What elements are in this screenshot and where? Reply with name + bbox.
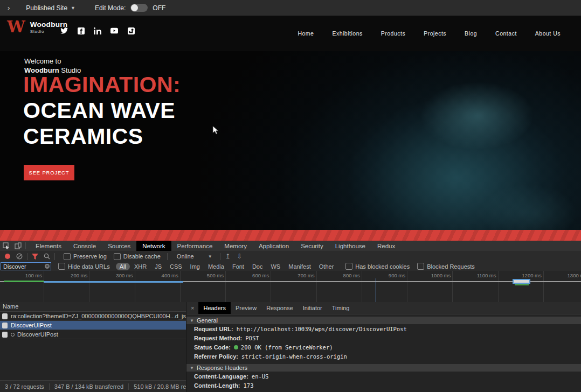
filter-funnel-icon[interactable] [29, 251, 41, 262]
gridline-200-ms [89, 271, 89, 302]
pending-dot-icon [11, 333, 15, 337]
details-tab-initiator[interactable]: Initiator [298, 302, 327, 314]
gridline-400-ms [180, 271, 181, 302]
record-button[interactable] [5, 254, 10, 259]
network-overview-timeline[interactable]: 100 ms200 ms300 ms400 ms500 ms600 ms700 … [0, 271, 581, 303]
see-project-button[interactable]: SEE PROJECT [24, 165, 74, 180]
tick-1000-ms: 1000 ms [431, 272, 452, 278]
request-name: DiscoverUIPost [11, 322, 52, 328]
type-filter-manifest[interactable]: Manifest [285, 263, 315, 270]
close-icon[interactable]: × [186, 305, 198, 311]
type-filter-ws[interactable]: WS [267, 263, 284, 270]
tick-400-ms: 400 ms [162, 272, 180, 278]
device-toolbar-icon[interactable] [12, 241, 24, 251]
devtools-tab-memory[interactable]: Memory [218, 241, 253, 251]
request-row[interactable]: DiscoverUIPost [0, 330, 186, 339]
twitter-icon[interactable] [60, 27, 68, 34]
blocked-requests-checkbox[interactable] [417, 263, 424, 270]
type-filter-xhr[interactable]: XHR [130, 263, 150, 270]
network-status-bar: 3 / 72 requests347 B / 134 kB transferre… [0, 380, 186, 392]
document-icon [2, 332, 8, 338]
type-filter-css[interactable]: CSS [166, 263, 186, 270]
logo-w-icon: W [7, 19, 25, 35]
has-blocked-cookies-control[interactable]: Has blocked cookies [345, 263, 410, 270]
disable-cache-label: Disable cache [123, 253, 161, 260]
header-name: Content-Language: [194, 373, 248, 380]
nav-item-blog[interactable]: Blog [455, 30, 486, 37]
request-row[interactable]: ra:collection?themeID=ZJ_00000000000000Q… [0, 312, 186, 321]
clear-icon[interactable] [13, 251, 25, 262]
youtube-icon[interactable] [110, 27, 118, 34]
nav-item-projects[interactable]: Projects [414, 30, 455, 37]
hide-data-urls-control[interactable]: Hide data URLs [58, 263, 110, 270]
camera-icon[interactable] [127, 27, 135, 34]
type-filter-media[interactable]: Media [204, 263, 228, 270]
throttling-dropdown[interactable]: Online ▼ [177, 253, 212, 260]
published-site-dropdown[interactable]: Published Site ▼ [26, 4, 75, 12]
request-row-selected[interactable]: DiscoverUIPost [0, 321, 186, 330]
preserve-log-control[interactable]: Preserve log [64, 253, 107, 260]
overview-late-green-bar [515, 284, 529, 285]
overview-late-request-bar[interactable] [513, 279, 530, 284]
blocked-requests-control[interactable]: Blocked Requests [417, 263, 475, 270]
type-filter-font[interactable]: Font [229, 263, 248, 270]
has-blocked-cookies-checkbox[interactable] [345, 263, 352, 270]
tick-200-ms: 200 ms [71, 272, 89, 278]
headline-line2: OCEAN WAVE [23, 97, 325, 123]
facebook-icon[interactable] [77, 27, 85, 34]
search-icon[interactable] [41, 251, 53, 262]
gridline-700-ms [316, 271, 317, 302]
edit-mode-toggle[interactable] [130, 4, 148, 12]
devtools-panel: ElementsConsoleSourcesNetworkPerformance… [0, 241, 581, 392]
header-row: Referrer Policy: strict-origin-when-cros… [186, 352, 581, 361]
general-section-header[interactable]: ▼ General [186, 317, 581, 324]
nav-item-home[interactable]: Home [288, 30, 323, 37]
name-column-header[interactable]: Name [0, 302, 186, 312]
devtools-tab-console[interactable]: Console [67, 241, 102, 251]
devtools-tab-lighthouse[interactable]: Lighthouse [329, 241, 371, 251]
tick-700-ms: 700 ms [298, 272, 316, 278]
inspect-element-icon[interactable] [0, 241, 12, 251]
import-har-icon[interactable]: ↥ [222, 251, 234, 262]
header-row: Content-Language: en-US [186, 372, 581, 381]
type-filter-img[interactable]: Img [186, 263, 204, 270]
linkedin-icon[interactable] [94, 27, 101, 34]
header-name: Content-Length: [194, 382, 240, 389]
disable-cache-checkbox[interactable] [114, 253, 121, 260]
export-har-icon[interactable]: ⇩ [234, 251, 246, 262]
preserve-log-checkbox[interactable] [64, 253, 71, 260]
hide-data-urls-checkbox[interactable] [58, 263, 65, 270]
devtools-tab-security[interactable]: Security [295, 241, 329, 251]
nav-item-exhibitions[interactable]: Exhibitions [323, 30, 371, 37]
devtools-tab-sources[interactable]: Sources [102, 241, 136, 251]
chevron-down-icon: ▼ [190, 318, 194, 323]
type-filter-js[interactable]: JS [151, 263, 165, 270]
social-links [60, 22, 135, 39]
details-tab-response[interactable]: Response [261, 302, 298, 314]
details-tab-timing[interactable]: Timing [327, 302, 355, 314]
nav-item-products[interactable]: Products [372, 30, 414, 37]
response-headers-section-header[interactable]: ▼ Response Headers [186, 364, 581, 372]
hero-section: Welcome to Woodburn Studio IMAGINATION: … [0, 51, 581, 230]
details-tab-headers[interactable]: Headers [198, 302, 231, 314]
type-filter-all[interactable]: All [116, 263, 130, 270]
devtools-tab-performance[interactable]: Performance [171, 241, 219, 251]
nav-item-contact[interactable]: Contact [486, 30, 526, 37]
filter-input[interactable] [1, 262, 51, 270]
clear-filter-icon[interactable]: ✕ [45, 264, 50, 269]
status-segment-510-kb-20-8-mb-resources: 510 kB / 20.8 MB resources [129, 383, 186, 390]
request-type-filters: AllXHRJSCSSImgMediaFontDocWSManifestOthe… [116, 263, 338, 270]
devtools-tab-network[interactable]: Network [136, 241, 171, 251]
disable-cache-control[interactable]: Disable cache [114, 253, 161, 260]
brand-logo[interactable]: W Woodburn Studio [7, 19, 67, 35]
header-row: Request Method: POST [186, 333, 581, 342]
devtools-tab-elements[interactable]: Elements [30, 241, 67, 251]
type-filter-doc[interactable]: Doc [248, 263, 267, 270]
devtools-tab-redux[interactable]: Redux [371, 241, 401, 251]
type-filter-other[interactable]: Other [315, 263, 338, 270]
nav-item-about-us[interactable]: About Us [526, 30, 570, 37]
expand-chevron-icon[interactable]: › [8, 4, 10, 12]
edit-mode-label: Edit Mode: [95, 4, 126, 12]
devtools-tab-application[interactable]: Application [253, 241, 295, 251]
details-tab-preview[interactable]: Preview [231, 302, 261, 314]
